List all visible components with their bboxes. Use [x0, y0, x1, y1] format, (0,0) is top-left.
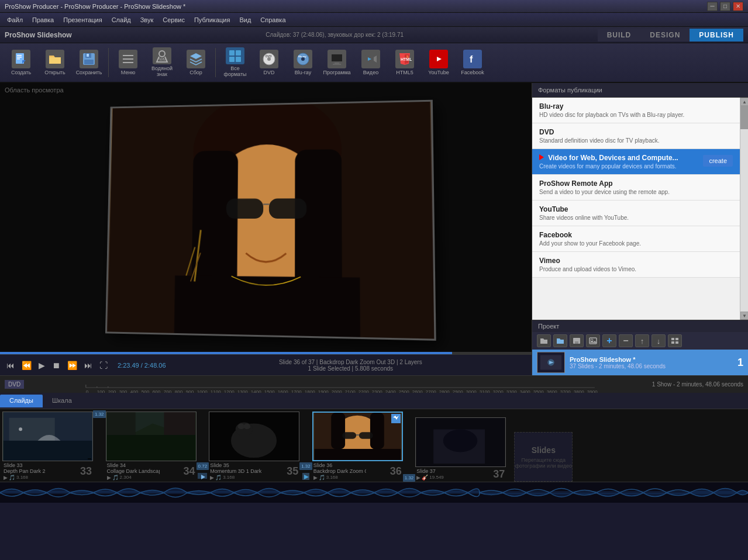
- preview-wrapper: Область просмотра: [0, 83, 532, 375]
- project-title: Проект: [532, 320, 748, 332]
- slide-33-image: [2, 412, 93, 461]
- svg-text:3500: 3500: [533, 389, 544, 393]
- svg-rect-58: [675, 341, 678, 344]
- format-youtube[interactable]: YouTube Share videos online with YouTube…: [532, 201, 740, 226]
- project-item[interactable]: ProShow Slideshow * 37 Slides - 2 minute…: [532, 350, 748, 375]
- slide-34[interactable]: Slide 34 Collage Dark Landscap... ▶ 🎵 2.…: [106, 412, 197, 482]
- menu-presentation[interactable]: Презентация: [58, 15, 106, 25]
- proj-folder-button[interactable]: [537, 334, 551, 347]
- next-button[interactable]: ⏩: [66, 359, 79, 371]
- format-dvd[interactable]: DVD Standard definition video disc for T…: [532, 123, 740, 149]
- svg-text:3400: 3400: [520, 389, 530, 393]
- format-remoteapp[interactable]: ProShow Remote App Send a video to your …: [532, 175, 740, 201]
- watermark-button[interactable]: WM Водяной знак: [146, 45, 178, 80]
- scroll-down-button[interactable]: ▼: [740, 312, 748, 320]
- format-facebook[interactable]: Facebook Add your show to your Facebook …: [532, 226, 740, 252]
- design-mode-button[interactable]: DESIGN: [640, 29, 690, 42]
- menu-slide[interactable]: Слайд: [107, 15, 136, 25]
- slide-37[interactable]: Slide 37 ▶ 🎸 19.549 37: [415, 417, 506, 482]
- progress-bar[interactable]: [0, 352, 532, 354]
- menu-view[interactable]: Вид: [235, 15, 256, 25]
- svg-text:1200: 1200: [224, 389, 235, 393]
- svg-rect-109: [4, 441, 92, 461]
- build-icon: [187, 50, 205, 68]
- maximize-button[interactable]: □: [720, 2, 730, 11]
- scroll-track[interactable]: [740, 106, 748, 312]
- proj-grid-button[interactable]: [668, 334, 682, 347]
- slide-36-selected-indicator: [391, 414, 401, 423]
- proj-photo-button[interactable]: [586, 334, 600, 347]
- format-bluray[interactable]: Blu-ray HD video disc for playback on TV…: [532, 98, 740, 123]
- publish-mode-button[interactable]: PUBLISH: [690, 29, 743, 42]
- right-scrollbar[interactable]: ▲ ▼: [740, 98, 748, 320]
- svg-text:200: 200: [108, 389, 116, 393]
- proj-up-button[interactable]: ↑: [635, 334, 649, 347]
- proj-save-button[interactable]: [570, 334, 584, 347]
- build-button[interactable]: Сбор: [180, 45, 212, 80]
- proj-open-button[interactable]: [553, 334, 567, 347]
- create-icon: [12, 50, 30, 68]
- formats-list[interactable]: Blu-ray HD video disc for playback on TV…: [532, 98, 740, 320]
- scroll-thumb[interactable]: [740, 106, 748, 129]
- toolbar: Создать Открыть Сохранить Меню WM Водяно…: [0, 43, 748, 83]
- slide-36[interactable]: Slide 36 Backdrop Dark Zoom O... ▶ 🎵 3.1…: [312, 412, 403, 482]
- menu-help[interactable]: Справка: [256, 15, 290, 25]
- open-button[interactable]: Открыть: [39, 45, 71, 80]
- format-webvideo[interactable]: Video for Web, Devices and Compute... Cr…: [532, 149, 740, 175]
- svg-rect-17: [236, 57, 241, 62]
- slide-37-meta: Slide 37 ▶ 🎸 19.549 37: [415, 467, 506, 482]
- slide-36-time: 3.168: [326, 475, 338, 481]
- fullscreen-button[interactable]: ⛶: [98, 359, 109, 371]
- scroll-up-button[interactable]: ▲: [740, 98, 748, 106]
- time-display: 2:23.49 / 2:48.06: [118, 362, 166, 369]
- svg-text:1100: 1100: [211, 389, 221, 393]
- menu-publish[interactable]: Публикация: [189, 15, 235, 25]
- dvd-tool-button[interactable]: DVD DVD: [253, 45, 285, 80]
- minimize-button[interactable]: ─: [707, 2, 718, 11]
- menu-file[interactable]: Файл: [2, 15, 27, 25]
- allformats-button[interactable]: Все форматы: [219, 45, 251, 80]
- bluray-button[interactable]: Blu-ray Blu-ray: [287, 45, 319, 80]
- progress-fill: [0, 352, 452, 354]
- tab-slides[interactable]: Слайды: [0, 395, 43, 407]
- stop-button[interactable]: ⏹: [50, 359, 62, 371]
- menu-edit[interactable]: Правка: [27, 15, 58, 25]
- proj-remove-button[interactable]: −: [619, 334, 633, 347]
- proj-down-button[interactable]: ↓: [652, 334, 666, 347]
- youtube-button[interactable]: YouTube: [422, 45, 455, 80]
- create-button-web[interactable]: create: [703, 155, 733, 167]
- svg-text:600: 600: [153, 389, 161, 393]
- slide-35[interactable]: Slide 35 Momentum 3D 1 Dark ▶ 🎵 3.168 35: [209, 412, 299, 482]
- html5-button[interactable]: HTML5 HTML5: [388, 45, 421, 80]
- save-button[interactable]: Сохранить: [73, 45, 105, 80]
- program-button[interactable]: Программа: [320, 45, 353, 80]
- mode-buttons: BUILD DESIGN PUBLISH: [598, 29, 743, 42]
- play-button[interactable]: ▶: [37, 359, 47, 371]
- build-mode-button[interactable]: BUILD: [598, 29, 641, 42]
- project-thumb: [537, 352, 565, 373]
- slide-33[interactable]: Slide 33 Depth Pan Dark 2 ▶ 🎵 3.168 33: [2, 412, 93, 482]
- project-info: ProShow Slideshow * 37 Slides - 2 minute…: [570, 356, 727, 369]
- prev-button[interactable]: ⏪: [20, 359, 33, 371]
- svg-text:1800: 1800: [305, 389, 315, 393]
- video-button[interactable]: Видео: [354, 45, 387, 80]
- slide-35-time: 3.168: [223, 475, 235, 481]
- svg-point-110: [19, 427, 22, 431]
- slide-33-time: 3.168: [16, 475, 28, 481]
- format-vimeo[interactable]: Vimeo Produce and upload videos to Vimeo…: [532, 252, 740, 278]
- skip-start-button[interactable]: ⏮: [5, 359, 16, 371]
- tab-scale[interactable]: Шкала: [43, 395, 81, 407]
- filmstrip[interactable]: Slide 33 Depth Pan Dark 2 ▶ 🎵 3.168 33 1…: [0, 409, 748, 482]
- svg-rect-2: [17, 57, 22, 58]
- create-button[interactable]: Создать: [5, 45, 37, 80]
- html5-icon: HTML5: [395, 50, 414, 68]
- skip-end-button[interactable]: ⏭: [82, 359, 94, 371]
- timeline-right-info: 1 Show - 2 minutes, 48.06 seconds: [652, 381, 743, 388]
- facebook-button[interactable]: f Facebook: [456, 45, 489, 80]
- menu-service[interactable]: Сервис: [158, 15, 189, 25]
- slide-37-icons: ▶ 🎸 19.549: [416, 475, 443, 481]
- proj-add-button[interactable]: +: [602, 334, 616, 347]
- menu-tool-button[interactable]: Меню: [112, 45, 144, 80]
- menu-sound[interactable]: Звук: [136, 15, 158, 25]
- close-button[interactable]: ✕: [733, 2, 743, 11]
